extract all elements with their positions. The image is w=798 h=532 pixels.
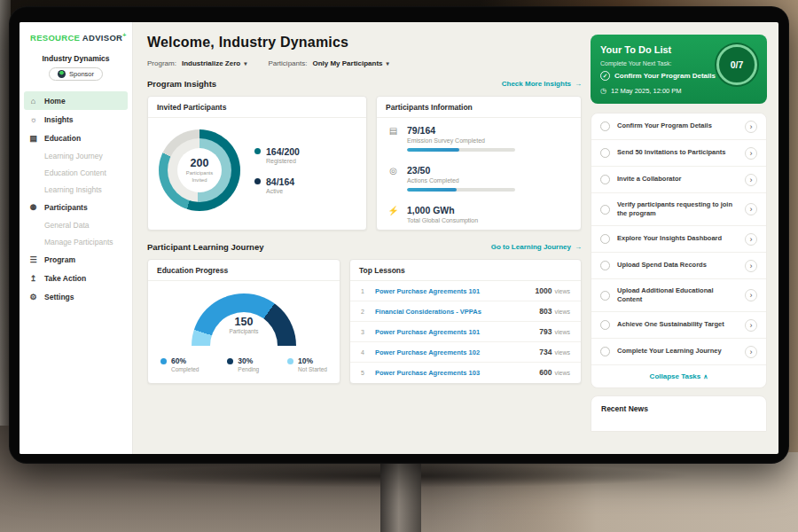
gauge-center: 150 Participants xyxy=(192,316,296,334)
legend-label: Active xyxy=(266,188,294,194)
sidebar-item-settings[interactable]: ⚙ Settings xyxy=(20,287,132,306)
chevron-right-icon[interactable]: › xyxy=(745,260,757,272)
todo-next-task[interactable]: ✓ Confirm Your Program Details xyxy=(600,71,716,81)
info-label: Emission Survey Completed xyxy=(407,137,515,144)
chevron-right-icon[interactable]: › xyxy=(745,203,757,215)
sidebar-item-participants[interactable]: ⚉ Participants xyxy=(20,198,132,216)
legend-dot xyxy=(254,178,261,184)
sidebar-item-learning-insights[interactable]: Learning Insights xyxy=(20,181,132,198)
task-row-complete-learning-journey[interactable]: Complete Your Learning Journey › xyxy=(591,339,766,365)
task-label: Invite a Collaborator xyxy=(617,175,738,184)
task-row-explore-insights[interactable]: Explore Your Insights Dashboard › xyxy=(591,226,766,253)
invited-participants-donut-chart: 200 Participants Invited xyxy=(159,129,240,211)
task-row-upload-educational-content[interactable]: Upload Additional Educational Content › xyxy=(591,279,766,312)
card-title: Top Lessons xyxy=(350,260,581,281)
lesson-views: 600views xyxy=(539,368,570,377)
education-icon: ▤ xyxy=(28,134,38,143)
task-row-achieve-target[interactable]: Achieve One Sustainability Target › xyxy=(591,312,766,339)
sidebar-item-take-action[interactable]: ↥ Take Action xyxy=(20,269,132,287)
task-checkbox[interactable] xyxy=(600,291,610,301)
task-checkbox[interactable] xyxy=(600,234,610,244)
collapse-label: Collapse Tasks xyxy=(650,372,701,380)
task-label: Verify participants requesting to join t… xyxy=(617,200,738,219)
sidebar-item-label: Learning Insights xyxy=(44,185,102,194)
chevron-right-icon[interactable]: › xyxy=(745,346,757,358)
sidebar-item-general-data[interactable]: General Data xyxy=(20,216,132,233)
energy-icon: ⚡ xyxy=(387,206,399,215)
task-label: Achieve One Sustainability Target xyxy=(617,320,738,330)
task-checkbox[interactable] xyxy=(600,175,610,184)
sidebar-item-label: Take Action xyxy=(44,274,86,283)
sidebar-item-program[interactable]: ☰ Program xyxy=(20,250,132,269)
education-progress-gauge-chart: 150 Participants xyxy=(192,293,296,346)
sidebar-item-label: General Data xyxy=(44,221,90,230)
sidebar-item-label: Program xyxy=(44,255,75,264)
chevron-down-icon: ▾ xyxy=(387,60,389,67)
sidebar-item-home[interactable]: ⌂ Home xyxy=(24,91,128,110)
arrow-right-icon: → xyxy=(575,243,582,251)
sidebar-item-education-content[interactable]: Education Content xyxy=(20,164,132,181)
lesson-link[interactable]: Power Purchase Agreements 101 xyxy=(375,287,528,295)
legend-value: 84/164 xyxy=(266,176,294,187)
participants-icon: ⚉ xyxy=(28,203,38,212)
chevron-right-icon[interactable]: › xyxy=(745,289,757,301)
chevron-right-icon[interactable]: › xyxy=(745,174,757,186)
sidebar-item-label: Education Content xyxy=(44,168,106,177)
participants-filter-select[interactable]: Only My Participants ▾ xyxy=(312,59,388,67)
education-progress-card: Education Progress 150 Participants xyxy=(147,259,340,384)
task-row-verify-participants[interactable]: Verify participants requesting to join t… xyxy=(591,193,766,226)
todo-next-task-label: Confirm Your Program Details xyxy=(614,72,716,80)
task-checkbox[interactable] xyxy=(600,320,610,330)
legend-value: 60% xyxy=(171,356,199,365)
legend-value: 10% xyxy=(298,356,327,365)
collapse-tasks-button[interactable]: Collapse Tasks∧ xyxy=(591,365,766,387)
sidebar-item-education[interactable]: ▤ Education xyxy=(20,129,132,147)
sidebar-menu: ⌂ Home ☼ Insights ▤ Education Learning J… xyxy=(20,91,132,306)
task-checkbox[interactable] xyxy=(600,347,610,356)
lesson-rank: 4 xyxy=(361,349,367,356)
info-row-emission-survey: ▤ 79/164 Emission Survey Completed xyxy=(377,118,581,158)
lesson-link[interactable]: Power Purchase Agreements 101 xyxy=(375,328,531,336)
chevron-down-icon: ▾ xyxy=(244,60,246,67)
top-lessons-card: Top Lessons 1 Power Purchase Agreements … xyxy=(349,259,582,384)
sidebar-item-manage-participants[interactable]: Manage Participants xyxy=(20,233,132,250)
lesson-row: 3 Power Purchase Agreements 101 793views xyxy=(350,322,581,342)
go-to-learning-journey-link[interactable]: Go to Learning Journey → xyxy=(491,243,582,251)
task-row-invite-collaborator[interactable]: Invite a Collaborator › xyxy=(591,167,766,193)
task-row-confirm-program[interactable]: Confirm Your Program Details › xyxy=(591,113,766,140)
task-checkbox[interactable] xyxy=(600,148,610,158)
clock-icon: ◷ xyxy=(600,87,606,95)
lesson-link[interactable]: Power Purchase Agreements 103 xyxy=(375,369,531,377)
invited-participants-card: Invited Participants 200 Participants In… xyxy=(147,96,367,231)
legend-value: 164/200 xyxy=(266,146,300,157)
sponsor-badge[interactable]: Sponsor xyxy=(49,67,103,81)
check-more-insights-link[interactable]: Check More Insights → xyxy=(502,80,582,88)
task-label: Explore Your Insights Dashboard xyxy=(617,234,738,244)
section-title: Participant Learning Journey xyxy=(147,242,263,252)
lesson-link[interactable]: Financial Considerations - VPPAs xyxy=(375,308,531,316)
program-insights-header: Program Insights Check More Insights → xyxy=(147,79,582,89)
legend-dot xyxy=(160,358,167,364)
task-row-send-invitations[interactable]: Send 50 Invitations to Participants › xyxy=(591,140,766,167)
chevron-right-icon[interactable]: › xyxy=(745,233,757,246)
legend-item-active: 84/164 Active xyxy=(254,176,300,194)
chevron-right-icon[interactable]: › xyxy=(745,147,757,160)
lesson-views: 734views xyxy=(539,348,570,356)
lesson-link[interactable]: Power Purchase Agreements 102 xyxy=(375,348,531,356)
legend-dot xyxy=(227,358,233,364)
task-checkbox[interactable] xyxy=(600,205,610,215)
task-checkbox[interactable] xyxy=(600,121,610,131)
sidebar-item-learning-journey[interactable]: Learning Journey xyxy=(20,147,132,164)
chevron-right-icon[interactable]: › xyxy=(745,121,757,133)
task-row-upload-spend-data[interactable]: Upload Spend Data Records › xyxy=(591,253,766,279)
task-checkbox[interactable] xyxy=(600,261,610,270)
monitor-bezel: RESOURCE ADVISOR+ Industry Dynamics Spon… xyxy=(9,6,789,464)
todo-summary-card: Your To Do List Complete Your Next Task:… xyxy=(591,35,767,104)
chevron-right-icon[interactable]: › xyxy=(745,319,757,332)
program-filter-select[interactable]: Industrialize Zero ▾ xyxy=(182,59,247,67)
card-title: Invited Participants xyxy=(148,97,366,118)
screen: RESOURCE ADVISOR+ Industry Dynamics Spon… xyxy=(20,22,778,454)
sidebar-item-insights[interactable]: ☼ Insights xyxy=(20,110,132,129)
filter-bar: Program: Industrialize Zero ▾ Participan… xyxy=(147,59,582,67)
sidebar-item-label: Education xyxy=(44,134,81,143)
